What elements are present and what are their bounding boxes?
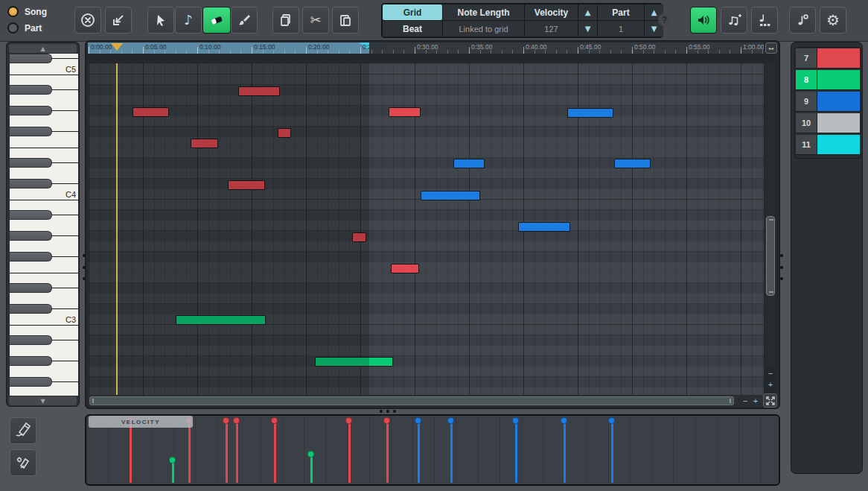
grid-toggle[interactable]: Grid: [383, 4, 442, 20]
select-tool-button[interactable]: [147, 7, 174, 34]
velocity-stem[interactable]: [564, 420, 566, 483]
midi-note[interactable]: [453, 159, 485, 168]
velocity-up-button[interactable]: ▲: [578, 4, 597, 20]
audition-button[interactable]: [690, 7, 717, 34]
velocity-stem[interactable]: [226, 420, 228, 483]
velocity-lane-label[interactable]: VELOCITY: [89, 416, 193, 428]
piano-key-black[interactable]: [10, 210, 52, 220]
song-mode-option[interactable]: Song: [7, 6, 47, 17]
lane-number[interactable]: 11: [796, 135, 817, 155]
velocity-stem-dot[interactable]: [415, 417, 421, 424]
piano-key-black[interactable]: [10, 304, 52, 314]
timeline-ruler[interactable]: 0:00.000:05.000:10.000:15.000:20.000:25.…: [88, 42, 764, 54]
velocity-stem-dot[interactable]: [345, 417, 352, 424]
velocity-header[interactable]: Velocity: [525, 4, 578, 20]
velocity-lane-resize-handle[interactable]: [386, 410, 389, 413]
velocity-stem[interactable]: [274, 420, 276, 483]
velocity-lane-resize-handle[interactable]: [393, 410, 396, 413]
horizontal-scrollbar[interactable]: [88, 395, 764, 407]
lane-color-swatch[interactable]: [817, 135, 860, 155]
lane-number[interactable]: 7: [796, 48, 817, 69]
paste-button[interactable]: [332, 7, 359, 34]
velocity-stem[interactable]: [348, 420, 351, 483]
vertical-scroll-thumb[interactable]: [766, 216, 775, 296]
piano-key-black[interactable]: [10, 252, 52, 262]
velocity-stem-dot[interactable]: [233, 417, 240, 424]
part-header[interactable]: Part: [598, 4, 644, 20]
velocity-stem-dot[interactable]: [608, 417, 615, 424]
eraser-tool-button[interactable]: [202, 7, 231, 34]
midi-note[interactable]: [614, 159, 651, 168]
vertical-zoom-out-button[interactable]: −: [765, 368, 776, 378]
part-mode-option[interactable]: Part: [7, 22, 42, 34]
quantize-button[interactable]: [751, 7, 778, 34]
velocity-stem[interactable]: [418, 420, 420, 483]
piano-key-black[interactable]: [10, 231, 52, 241]
import-to-arranger-button[interactable]: [105, 7, 132, 34]
vertical-zoom-in-button[interactable]: +: [765, 379, 776, 390]
note-grid[interactable]: [88, 63, 764, 395]
note-length-value[interactable]: Linked to grid: [443, 21, 524, 37]
velocity-stem-dot[interactable]: [223, 417, 229, 424]
velocity-stem[interactable]: [188, 420, 191, 483]
piano-key-black[interactable]: [10, 54, 52, 63]
velocity-stem-dot[interactable]: [169, 457, 176, 463]
keyboard-scroll-down-button[interactable]: ▼: [9, 396, 77, 405]
piano-key-black[interactable]: [10, 356, 52, 366]
keyboard-scroll-up-button[interactable]: ▲: [9, 44, 77, 53]
midi-note[interactable]: [389, 107, 421, 117]
midi-note[interactable]: [567, 108, 613, 118]
piano-key-black[interactable]: [10, 283, 52, 293]
velocity-lane-resize-handle[interactable]: [380, 410, 383, 413]
piano-key-black[interactable]: [10, 127, 52, 136]
velocity-stem-dot[interactable]: [561, 417, 567, 424]
settings-button[interactable]: ⚙: [820, 7, 846, 34]
piano-key-black[interactable]: [10, 179, 52, 189]
velocity-stem[interactable]: [310, 454, 313, 483]
add-notes-button[interactable]: [721, 7, 747, 34]
vertical-scrollbar[interactable]: [765, 63, 776, 367]
midi-note[interactable]: [391, 264, 419, 273]
beat-toggle[interactable]: Beat: [383, 21, 442, 37]
cut-button[interactable]: ✂: [302, 7, 329, 34]
lane-number[interactable]: 10: [796, 113, 817, 133]
part-radio[interactable]: [7, 22, 19, 34]
lane-color-swatch[interactable]: [817, 113, 860, 133]
lane-number[interactable]: 8: [796, 70, 817, 90]
velocity-down-button[interactable]: ▼: [578, 21, 597, 37]
velocity-stem-dot[interactable]: [271, 417, 278, 424]
velocity-stem[interactable]: [611, 420, 613, 483]
edit-settings-button[interactable]: [10, 449, 36, 476]
horizontal-zoom-in-button[interactable]: +: [750, 395, 761, 407]
draw-note-tool-button[interactable]: ♪: [175, 7, 202, 34]
lane-color-swatch[interactable]: [817, 48, 860, 69]
draw-automation-button[interactable]: [10, 417, 36, 444]
lane-color-swatch[interactable]: [817, 70, 860, 90]
part-value[interactable]: 1: [598, 21, 644, 37]
velocity-stem-dot[interactable]: [307, 451, 314, 457]
panel-resize-handle[interactable]: [780, 266, 783, 269]
copy-button[interactable]: [272, 7, 299, 34]
note-settings-button[interactable]: [789, 7, 816, 34]
note-length-header[interactable]: Note Length: [443, 4, 524, 20]
playhead-marker[interactable]: [111, 43, 123, 51]
brush-tool-button[interactable]: [231, 7, 258, 34]
velocity-value[interactable]: 127: [525, 21, 578, 37]
piano-keyboard[interactable]: C5C4C3: [10, 54, 78, 396]
panel-resize-handle[interactable]: [780, 277, 783, 280]
midi-note[interactable]: [421, 191, 480, 200]
piano-key-black[interactable]: [10, 85, 52, 95]
close-button[interactable]: [74, 7, 101, 34]
panel-resize-handle[interactable]: [780, 254, 783, 257]
horizontal-scroll-thumb[interactable]: [89, 396, 734, 405]
lane-number[interactable]: 9: [796, 92, 817, 112]
velocity-stem[interactable]: [386, 420, 389, 483]
piano-key-black[interactable]: [10, 377, 52, 387]
velocity-stem[interactable]: [130, 420, 132, 483]
velocity-stem[interactable]: [450, 420, 453, 483]
velocity-stem[interactable]: [236, 420, 238, 483]
midi-note[interactable]: [518, 222, 570, 232]
piano-key-black[interactable]: [10, 106, 52, 115]
song-radio[interactable]: [7, 6, 19, 17]
velocity-stem-dot[interactable]: [383, 417, 390, 424]
